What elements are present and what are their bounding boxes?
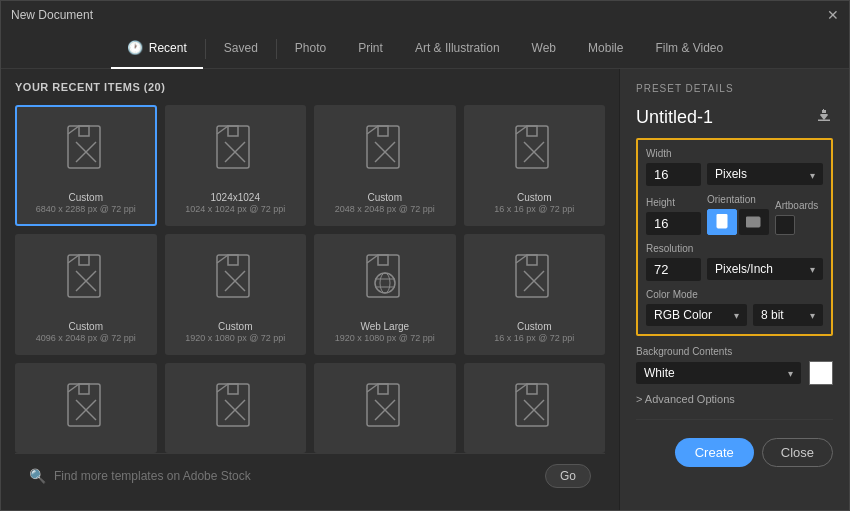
tab-mobile[interactable]: Mobile — [572, 29, 639, 69]
item-size: 2048 x 2048 px @ 72 ppi — [335, 204, 435, 216]
right-panel: PRESET DETAILS Untitled-1 Width — [619, 69, 849, 510]
svg-line-43 — [68, 384, 79, 392]
item-thumb — [173, 244, 299, 314]
artboards-label: Artboards — [775, 200, 818, 211]
go-button[interactable]: Go — [545, 464, 591, 488]
save-preset-button[interactable] — [815, 106, 833, 128]
resolution-label: Resolution — [646, 243, 701, 254]
grid-item[interactable] — [464, 363, 606, 453]
width-input[interactable] — [646, 163, 701, 186]
tab-recent[interactable]: 🕐 Recent — [111, 29, 203, 69]
svg-rect-32 — [378, 255, 388, 265]
item-name: Custom — [36, 191, 136, 204]
width-label: Width — [646, 148, 823, 159]
tab-film-label: Film & Video — [655, 41, 723, 55]
preset-header: Untitled-1 — [636, 106, 833, 128]
advanced-options-label: > Advanced Options — [636, 393, 735, 405]
tab-photo-label: Photo — [295, 41, 326, 55]
highlight-box: Width Pixels Inches Centimeters Millimet… — [636, 138, 833, 336]
color-mode-label: Color Mode — [646, 289, 823, 300]
orientation-field: Orientation — [707, 194, 769, 235]
resolution-unit-select[interactable]: Pixels/Inch Pixels/Centimeter — [707, 258, 823, 280]
item-size: 1920 x 1080 px @ 72 ppi — [185, 333, 285, 345]
advanced-options[interactable]: > Advanced Options — [636, 393, 833, 405]
svg-line-48 — [217, 384, 228, 392]
svg-rect-22 — [79, 255, 89, 265]
svg-rect-49 — [228, 384, 238, 394]
tab-saved-label: Saved — [224, 41, 258, 55]
height-label: Height — [646, 197, 701, 208]
artboards-field: Artboards — [775, 200, 818, 235]
grid-item[interactable]: Web Large 1920 x 1080 px @ 72 ppi — [314, 234, 456, 355]
item-thumb — [23, 373, 149, 443]
grid-item[interactable] — [15, 363, 157, 453]
search-bar: 🔍 Go — [15, 453, 605, 498]
color-mode-field-row: Color Mode Bitmap Grayscale RGB Color CM… — [646, 289, 823, 326]
color-mode-select[interactable]: Bitmap Grayscale RGB Color CMYK Color La… — [646, 304, 747, 326]
doc-icon — [213, 124, 257, 176]
width-field-row: Width Pixels Inches Centimeters Millimet… — [646, 148, 823, 186]
close-button[interactable]: Close — [762, 438, 833, 467]
bg-contents-select[interactable]: White Background Color Transparent Custo… — [636, 362, 801, 384]
tab-separator-1 — [205, 39, 206, 59]
bg-contents-field-row: Background Contents White Background Col… — [636, 346, 833, 385]
orientation-buttons — [707, 209, 769, 235]
item-info: Web Large 1920 x 1080 px @ 72 ppi — [335, 320, 435, 345]
tab-mobile-label: Mobile — [588, 41, 623, 55]
window-close-button[interactable]: ✕ — [827, 8, 839, 22]
svg-line-26 — [217, 255, 228, 263]
main-area: YOUR RECENT ITEMS (20) Custom 6840 x 228… — [1, 69, 849, 510]
svg-rect-63 — [717, 214, 727, 228]
grid-item[interactable] — [314, 363, 456, 453]
bg-color-swatch[interactable] — [809, 361, 833, 385]
height-field-row: Height — [646, 197, 701, 235]
item-info: Custom 4096 x 2048 px @ 72 ppi — [36, 320, 136, 345]
svg-rect-7 — [228, 126, 238, 136]
grid-item[interactable]: Custom 2048 x 2048 px @ 72 ppi — [314, 105, 456, 226]
tabs-bar: 🕐 Recent Saved Photo Print Art & Illustr… — [1, 29, 849, 69]
portrait-icon — [715, 214, 729, 230]
height-input[interactable] — [646, 212, 701, 235]
orientation-label: Orientation — [707, 194, 769, 205]
landscape-button[interactable] — [739, 209, 769, 235]
create-button[interactable]: Create — [675, 438, 754, 467]
bit-depth-select[interactable]: 8 bit 16 bit 32 bit — [753, 304, 823, 326]
grid-item[interactable]: Custom 1920 x 1080 px @ 72 ppi — [165, 234, 307, 355]
item-thumb — [322, 115, 448, 185]
item-thumb — [173, 373, 299, 443]
tab-print[interactable]: Print — [342, 29, 399, 69]
resolution-input[interactable] — [646, 258, 701, 281]
item-thumb — [322, 373, 448, 443]
grid-item[interactable]: Custom 16 x 16 px @ 72 ppi — [464, 234, 606, 355]
tab-film[interactable]: Film & Video — [639, 29, 739, 69]
search-input[interactable] — [54, 469, 535, 483]
item-thumb — [472, 244, 598, 314]
doc-icon — [363, 382, 407, 434]
tab-photo[interactable]: Photo — [279, 29, 342, 69]
portrait-button[interactable] — [707, 209, 737, 235]
grid-item[interactable]: Custom 6840 x 2288 px @ 72 ppi — [15, 105, 157, 226]
width-unit-select[interactable]: Pixels Inches Centimeters Millimeters Po… — [707, 163, 823, 185]
bg-contents-label: Background Contents — [636, 346, 833, 357]
grid-item[interactable] — [165, 363, 307, 453]
item-thumb — [472, 373, 598, 443]
grid-item[interactable]: Custom 16 x 16 px @ 72 ppi — [464, 105, 606, 226]
tab-art[interactable]: Art & Illustration — [399, 29, 516, 69]
item-name: Custom — [335, 191, 435, 204]
resolution-row: Resolution unit Pixels/Inch Pixels/Centi… — [646, 243, 823, 281]
item-name: Web Large — [335, 320, 435, 333]
grid-item[interactable]: Custom 4096 x 2048 px @ 72 ppi — [15, 234, 157, 355]
grid-item[interactable]: 1024x1024 1024 x 1024 px @ 72 ppi — [165, 105, 307, 226]
color-mode-wrap: Bitmap Grayscale RGB Color CMYK Color La… — [646, 304, 747, 326]
title-bar: New Document ✕ — [1, 1, 849, 29]
item-name: Custom — [185, 320, 285, 333]
doc-icon — [512, 253, 556, 305]
svg-point-33 — [375, 273, 395, 293]
item-info: Custom 16 x 16 px @ 72 ppi — [494, 191, 574, 216]
item-thumb — [472, 115, 598, 185]
resolution-unit-field-row: unit Pixels/Inch Pixels/Centimeter — [707, 243, 823, 281]
doc-icon — [363, 124, 407, 176]
tab-web[interactable]: Web — [516, 29, 572, 69]
tab-saved[interactable]: Saved — [208, 29, 274, 69]
artboards-checkbox[interactable] — [775, 215, 795, 235]
